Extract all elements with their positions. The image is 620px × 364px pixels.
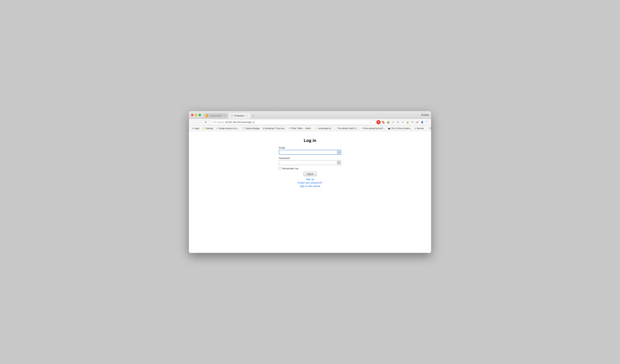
forgot-password-link[interactable]: Forgot your password? bbox=[297, 181, 322, 184]
pens-icon: ✒ bbox=[362, 127, 363, 130]
page-content: Log in Email ⊞ Password ⊞ Reme bbox=[189, 131, 431, 253]
menu-icon[interactable]: ⋮ bbox=[425, 120, 429, 124]
bookmarks-bar: ⊞ Apps 📁 Startups ✏ Design lessons for e… bbox=[189, 126, 431, 131]
not-secure-label: Not Secure bbox=[214, 121, 224, 123]
bookmark-think-traffic[interactable]: ❄ Think Traffic — Build... bbox=[288, 127, 313, 130]
tab-title-amazon: Amazon ECS bbox=[210, 115, 222, 117]
bookmark-secrets-label: Secrets bbox=[417, 127, 424, 130]
bookmark-repeat[interactable]: 📄 Repeat! bbox=[426, 127, 431, 130]
bookmark-apps-label: Apps bbox=[195, 127, 199, 130]
bookmark-design[interactable]: ✏ Design lessons for e... bbox=[215, 127, 241, 130]
password-label: Password bbox=[279, 157, 341, 160]
url-text: 34.202.166.241/users/sign_in bbox=[225, 121, 255, 123]
password-form-group: Password ⊞ bbox=[279, 157, 341, 165]
download-icon[interactable]: ⬇ bbox=[396, 120, 400, 124]
github-signin-link[interactable]: Sign in with GitHub bbox=[300, 185, 320, 188]
bookmark-startups-label: Startups bbox=[205, 127, 213, 130]
think-traffic-icon: ❄ bbox=[289, 127, 291, 130]
tab-title-produciton: Produciton bbox=[234, 115, 244, 117]
security-icon: ℹ bbox=[212, 121, 213, 123]
browser-window: A Amazon ECS ✕ Produciton ✕ + Bradley ← bbox=[189, 111, 431, 253]
lastpass-icon[interactable]: LP bbox=[415, 120, 419, 124]
password-input[interactable] bbox=[279, 160, 341, 165]
page-title: Log in bbox=[304, 138, 316, 143]
bookmark-secrets[interactable]: $ Secrets bbox=[414, 127, 425, 130]
bookmark-apps[interactable]: ⊞ Apps bbox=[191, 127, 201, 130]
apps-icon: ⊞ bbox=[192, 127, 194, 130]
password-input-wrapper: ⊞ bbox=[279, 160, 341, 165]
bookmark-manager-icon[interactable]: 🔖 bbox=[381, 120, 386, 124]
star-icon[interactable]: ☆ bbox=[369, 120, 373, 124]
cast-icon[interactable]: ⬡ bbox=[391, 120, 395, 124]
email-form-group: Email ⊞ bbox=[279, 146, 341, 155]
pen-icon: ✏ bbox=[217, 127, 218, 130]
bookmark-bootstrap[interactable]: B Bootstrap 3 Tips and... bbox=[262, 127, 287, 130]
signup-link[interactable]: Sign up bbox=[306, 178, 314, 181]
tabs-area: A Amazon ECS ✕ Produciton ✕ + bbox=[204, 111, 421, 118]
bookmark-startups[interactable]: 📁 Startups bbox=[201, 127, 215, 130]
user-name: Bradley bbox=[421, 114, 429, 116]
bookmark-design-label: Design lessons for e... bbox=[219, 127, 239, 130]
remember-checkbox[interactable] bbox=[279, 167, 281, 170]
maximize-button[interactable] bbox=[199, 114, 201, 116]
reload-button[interactable]: ↻ bbox=[203, 120, 208, 125]
refresh-icon[interactable]: ↻ bbox=[410, 120, 415, 124]
svg-rect-0 bbox=[231, 115, 233, 117]
bootstrap-icon: B bbox=[263, 127, 264, 130]
bookmark-repeat-label: Repeat! bbox=[430, 127, 431, 130]
bookmark-10-label: The 10 Most Underu... bbox=[391, 127, 412, 130]
hacker-icon: 📄 bbox=[334, 127, 337, 130]
toolbar-icons: A 🔖 🧩 ⬡ ⬇ 🛡 🔒 ↻ LP 👤 ⋮ bbox=[376, 120, 429, 124]
tab-produciton[interactable]: Produciton ✕ bbox=[228, 113, 250, 118]
remember-row: Remember me bbox=[279, 167, 341, 170]
camera-icon: 📷 bbox=[388, 127, 390, 130]
tab-close-produciton[interactable]: ✕ bbox=[246, 115, 248, 117]
tab-close-amazon[interactable]: ✕ bbox=[223, 115, 226, 117]
bookmark-selector[interactable]: 🔧 SelectorGadget bbox=[241, 127, 261, 130]
account-icon[interactable]: 👤 bbox=[420, 120, 424, 124]
selector-icon: 🔧 bbox=[242, 127, 245, 130]
shield-icon[interactable]: 🛡 bbox=[401, 120, 405, 124]
address-bar[interactable]: ℹ Not Secure 34.202.166.241/users/sign_i… bbox=[210, 120, 375, 125]
dollar-icon: $ bbox=[415, 127, 416, 130]
extensions-icon[interactable]: A bbox=[376, 120, 381, 124]
bookmark-10-most[interactable]: 📷 The 10 Most Underu... bbox=[387, 127, 413, 130]
close-button[interactable] bbox=[191, 114, 193, 116]
new-tab-button[interactable]: + bbox=[251, 114, 256, 118]
bookmark-scratchpad-label: scratchpad.io/ bbox=[318, 127, 331, 130]
vpn-icon[interactable]: 🔒 bbox=[405, 120, 410, 124]
link-group: Sign up Forgot your password? Sign in wi… bbox=[297, 178, 322, 188]
bookmark-hacker-label: The Hacker Shelf | C... bbox=[337, 127, 358, 130]
repeat-icon: 📄 bbox=[427, 127, 429, 130]
bookmark-think-label: Think Traffic — Build... bbox=[291, 127, 312, 130]
email-label: Email bbox=[279, 146, 341, 149]
produciton-favicon bbox=[231, 115, 233, 117]
email-autofill-icon[interactable]: ⊞ bbox=[337, 151, 341, 154]
email-input-wrapper: ⊞ bbox=[279, 150, 341, 155]
scratchpad-icon: ⚡ bbox=[315, 127, 318, 130]
bookmark-bootstrap-label: Bootstrap 3 Tips and... bbox=[265, 127, 286, 130]
remember-label: Remember me bbox=[282, 167, 298, 170]
nav-bar: ← → ↻ ℹ Not Secure 34.202.166.241/users/… bbox=[189, 119, 431, 126]
bookmark-hacker-shelf[interactable]: 📄 The Hacker Shelf | C... bbox=[333, 127, 360, 130]
password-autofill-icon[interactable]: ⊞ bbox=[337, 161, 341, 164]
traffic-lights bbox=[191, 114, 201, 116]
folder-icon-startups: 📁 bbox=[202, 127, 205, 130]
amazon-favicon: A bbox=[206, 115, 208, 117]
address-right-icons: ☆ bbox=[369, 120, 373, 124]
minimize-button[interactable] bbox=[195, 114, 197, 116]
bookmark-scratchpad[interactable]: ⚡ scratchpad.io/ bbox=[314, 127, 333, 130]
bookmark-pens-label: Pens picked by the E... bbox=[364, 127, 385, 130]
tab-amazon-ecs[interactable]: A Amazon ECS ✕ bbox=[204, 113, 228, 118]
email-input[interactable] bbox=[279, 150, 341, 155]
puzzle-icon[interactable]: 🧩 bbox=[386, 120, 390, 124]
forward-button[interactable]: → bbox=[197, 120, 202, 125]
bookmark-selector-label: SelectorGadget bbox=[246, 127, 260, 130]
bookmark-pens[interactable]: ✒ Pens picked by the E... bbox=[360, 127, 387, 130]
title-bar: A Amazon ECS ✕ Produciton ✕ + Bradley bbox=[189, 111, 431, 119]
login-container: Log in Email ⊞ Password ⊞ Reme bbox=[279, 138, 341, 188]
login-button[interactable]: Log in bbox=[303, 172, 317, 176]
back-button[interactable]: ← bbox=[191, 120, 196, 125]
